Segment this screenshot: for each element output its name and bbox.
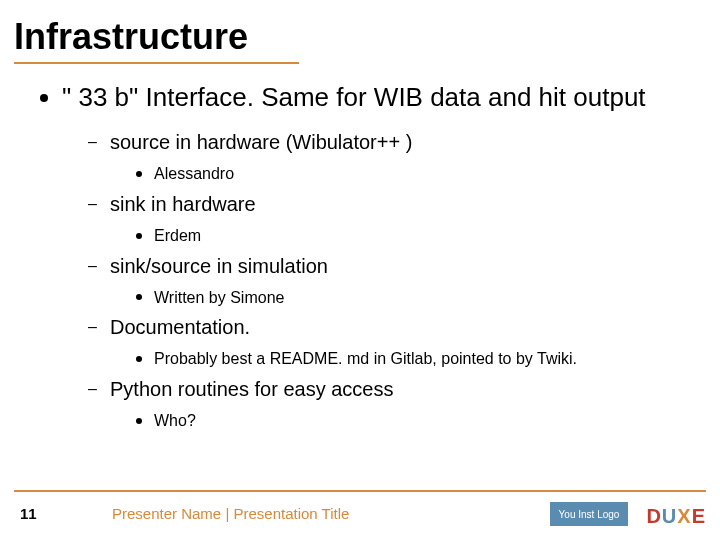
bullet-level2: –source in hardware (Wibulator++ ) [88, 131, 692, 154]
institution-logo: You Inst Logo [550, 502, 628, 526]
bullet-level3: Written by Simone [136, 288, 692, 307]
bullet-level2: –Documentation. [88, 316, 692, 339]
disc-bullet-icon [136, 171, 142, 177]
bullet-level3: Who? [136, 411, 692, 430]
bullet-text: " 33 b" Interface. Same for WIB data and… [62, 82, 646, 112]
logo-letter-e: E [692, 505, 706, 527]
bullet-text: sink in hardware [110, 193, 256, 215]
footer-rule [14, 490, 706, 492]
footer-text: Presenter Name | Presentation Title [112, 505, 349, 522]
bullet-text: Who? [154, 412, 196, 429]
bullet-level3: Erdem [136, 226, 692, 245]
slide-content: " 33 b" Interface. Same for WIB data and… [40, 82, 692, 438]
bullet-text: source in hardware (Wibulator++ ) [110, 131, 412, 153]
dash-bullet-icon: – [88, 193, 98, 215]
bullet-text: Written by Simone [154, 288, 284, 305]
disc-bullet-icon [40, 94, 48, 102]
logo-letter-d: D [646, 505, 661, 527]
dash-bullet-icon: – [88, 131, 98, 153]
bullet-level2: –Python routines for easy access [88, 378, 692, 401]
bullet-text: Python routines for easy access [110, 378, 393, 400]
bullet-text: sink/source in simulation [110, 255, 328, 277]
dash-bullet-icon: – [88, 378, 98, 400]
disc-bullet-icon [136, 294, 142, 300]
dash-bullet-icon: – [88, 316, 98, 338]
bullet-level2: –sink in hardware [88, 193, 692, 216]
logo-letter-x: X [677, 505, 691, 527]
bullet-level2: –sink/source in simulation [88, 255, 692, 278]
bullet-level1: " 33 b" Interface. Same for WIB data and… [40, 82, 692, 113]
bullet-text: Probably best a README. md in Gitlab, po… [154, 350, 577, 367]
bullet-text: Alessandro [154, 165, 234, 182]
logo-letter-u: U [662, 505, 677, 527]
slide: Infrastructure " 33 b" Interface. Same f… [0, 0, 720, 540]
dash-bullet-icon: – [88, 255, 98, 277]
disc-bullet-icon [136, 418, 142, 424]
bullet-level3: Alessandro [136, 164, 692, 183]
bullet-text: Erdem [154, 227, 201, 244]
bullet-level3: Probably best a README. md in Gitlab, po… [136, 349, 692, 368]
page-number: 11 [20, 505, 37, 522]
dune-logo: DUXE [646, 505, 706, 528]
title-underline [14, 62, 299, 64]
bullet-text: Documentation. [110, 316, 250, 338]
disc-bullet-icon [136, 356, 142, 362]
slide-title: Infrastructure [14, 16, 248, 58]
disc-bullet-icon [136, 233, 142, 239]
